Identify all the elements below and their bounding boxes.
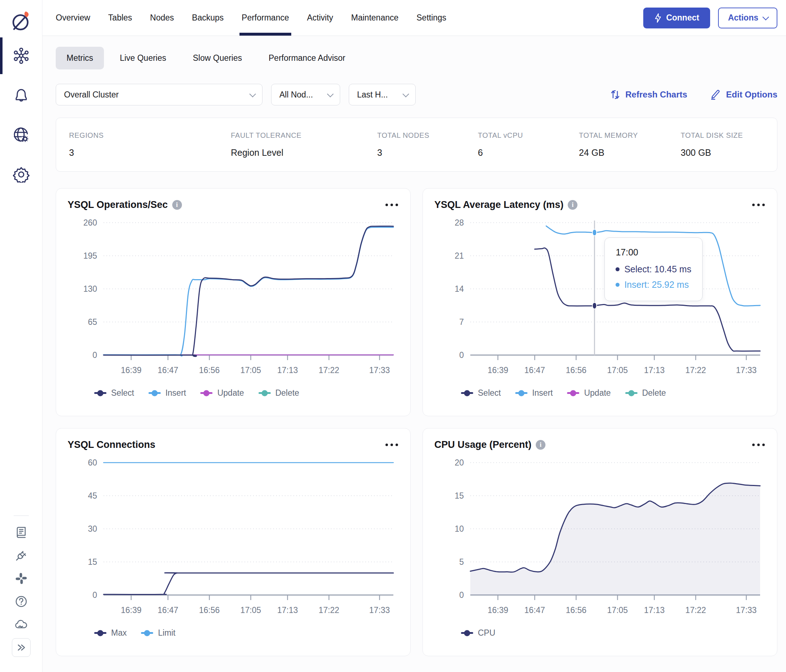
chart-menu-button[interactable] bbox=[385, 441, 399, 448]
time-range-select[interactable]: Last H... bbox=[349, 84, 416, 105]
legend-marker bbox=[461, 392, 473, 394]
sidebar-item-slack[interactable] bbox=[0, 567, 42, 590]
slack-icon bbox=[15, 572, 28, 585]
cluster-select[interactable]: Overall Cluster bbox=[56, 84, 263, 105]
svg-text:17:33: 17:33 bbox=[736, 365, 757, 375]
stat-value: Region Level bbox=[231, 148, 377, 158]
legend-item-insert[interactable]: Insert bbox=[148, 388, 186, 398]
svg-text:195: 195 bbox=[83, 251, 97, 260]
chart-plot-area: 01530456016:3916:4716:5617:0517:1317:221… bbox=[68, 453, 399, 627]
sidebar-item-alerts[interactable] bbox=[0, 76, 42, 115]
svg-text:0: 0 bbox=[459, 350, 464, 360]
nav-tab-maintenance[interactable]: Maintenance bbox=[351, 0, 399, 36]
svg-text:17:22: 17:22 bbox=[685, 606, 706, 615]
legend-item-select[interactable]: Select bbox=[94, 388, 134, 398]
chart-card: YSQL Average Latency (ms)i0714212816:391… bbox=[423, 188, 777, 416]
stat-label: TOTAL vCPU bbox=[478, 131, 579, 140]
sidebar-item-docs[interactable] bbox=[0, 521, 42, 544]
legend-marker bbox=[94, 392, 107, 394]
nodes-select[interactable]: All Nod... bbox=[271, 84, 340, 105]
chart-plot-area: 0714212816:3916:4716:5617:0517:1317:2217… bbox=[434, 213, 766, 387]
info-icon[interactable]: i bbox=[568, 200, 577, 210]
sidebar-divider bbox=[14, 516, 29, 516]
svg-text:16:39: 16:39 bbox=[121, 606, 141, 615]
legend-marker bbox=[625, 392, 638, 394]
legend-item-delete[interactable]: Delete bbox=[259, 388, 299, 398]
chart-menu-button[interactable] bbox=[751, 201, 766, 208]
chart-svg: 0714212816:3916:4716:5617:0517:1317:2217… bbox=[434, 213, 765, 386]
filter-bar: Overall Cluster All Nod... Last H... Ref… bbox=[56, 84, 777, 105]
svg-text:17:05: 17:05 bbox=[607, 606, 628, 615]
legend-item-delete[interactable]: Delete bbox=[625, 388, 666, 398]
chart-svg: 01530456016:3916:4716:5617:0517:1317:221… bbox=[68, 453, 398, 626]
chart-menu-button[interactable] bbox=[751, 441, 766, 448]
legend-item-cpu[interactable]: CPU bbox=[461, 628, 495, 638]
subtab-metrics[interactable]: Metrics bbox=[56, 47, 104, 69]
expand-sidebar-button[interactable] bbox=[12, 638, 31, 657]
legend-item-update[interactable]: Update bbox=[200, 388, 244, 398]
sidebar-item-expand[interactable] bbox=[0, 636, 42, 659]
legend-item-limit[interactable]: Limit bbox=[141, 628, 176, 638]
globe-gear-icon bbox=[13, 127, 30, 143]
stat-label: TOTAL NODES bbox=[377, 131, 478, 140]
docs-book-icon bbox=[14, 526, 28, 539]
nav-tab-backups[interactable]: Backups bbox=[192, 0, 224, 36]
actions-button[interactable]: Actions bbox=[718, 8, 777, 28]
nav-tab-activity[interactable]: Activity bbox=[307, 0, 333, 36]
sidebar-top-group bbox=[0, 36, 42, 194]
cloud-icon bbox=[14, 617, 28, 632]
subtab-live-queries[interactable]: Live Queries bbox=[109, 47, 177, 69]
info-icon[interactable]: i bbox=[172, 200, 182, 210]
svg-text:16:56: 16:56 bbox=[566, 606, 586, 615]
sidebar-item-cluster[interactable] bbox=[0, 36, 42, 76]
chart-legend: SelectInsertUpdateDelete bbox=[68, 388, 399, 398]
svg-text:17:13: 17:13 bbox=[644, 365, 665, 375]
planet-logo-icon bbox=[10, 9, 33, 32]
svg-text:16:56: 16:56 bbox=[566, 365, 586, 375]
nav-tab-performance[interactable]: Performance bbox=[242, 0, 289, 36]
stat-label: REGIONS bbox=[69, 131, 231, 140]
connect-button[interactable]: Connect bbox=[643, 8, 710, 28]
chart-menu-button[interactable] bbox=[385, 201, 399, 208]
nav-tab-tables[interactable]: Tables bbox=[108, 0, 132, 36]
legend-item-update[interactable]: Update bbox=[567, 388, 610, 398]
sidebar-item-network-settings[interactable] bbox=[0, 115, 42, 155]
stat-total-disk: TOTAL DISK SIZE 300 GB bbox=[681, 131, 743, 158]
brand-logo[interactable] bbox=[10, 6, 33, 36]
legend-marker bbox=[259, 392, 271, 394]
nav-tab-nodes[interactable]: Nodes bbox=[150, 0, 174, 36]
svg-text:16:39: 16:39 bbox=[487, 365, 508, 375]
svg-text:45: 45 bbox=[88, 491, 97, 500]
edit-options-link[interactable]: Edit Options bbox=[710, 89, 777, 100]
stat-label: TOTAL DISK SIZE bbox=[681, 131, 743, 140]
legend-item-max[interactable]: Max bbox=[94, 628, 127, 638]
svg-text:17:13: 17:13 bbox=[644, 606, 665, 615]
svg-text:17:05: 17:05 bbox=[241, 365, 261, 375]
svg-text:0: 0 bbox=[459, 590, 464, 600]
svg-text:15: 15 bbox=[88, 557, 97, 567]
primary-tabs: Overview Tables Nodes Backups Performanc… bbox=[56, 0, 446, 36]
nav-tab-settings[interactable]: Settings bbox=[417, 0, 446, 36]
refresh-charts-link[interactable]: Refresh Charts bbox=[610, 89, 687, 100]
subtab-slow-queries[interactable]: Slow Queries bbox=[182, 47, 253, 69]
tooltip-series-dot bbox=[616, 267, 619, 271]
sidebar-item-cloud-status[interactable] bbox=[0, 613, 42, 636]
svg-text:17:33: 17:33 bbox=[736, 606, 757, 615]
legend-item-insert[interactable]: Insert bbox=[515, 388, 553, 398]
refresh-icon bbox=[610, 89, 620, 100]
info-icon[interactable]: i bbox=[536, 440, 545, 450]
chart-svg: 06513019526016:3916:4716:5617:0517:1317:… bbox=[68, 213, 398, 386]
tooltip-row: Select: 10.45 ms bbox=[616, 264, 691, 274]
svg-text:10: 10 bbox=[454, 524, 464, 534]
subtab-performance-advisor[interactable]: Performance Advisor bbox=[258, 47, 356, 69]
svg-text:17:22: 17:22 bbox=[319, 365, 340, 375]
chart-legend: SelectInsertUpdateDelete bbox=[434, 388, 766, 398]
sidebar-item-help[interactable] bbox=[0, 590, 42, 613]
sidebar-item-integrations[interactable] bbox=[0, 544, 42, 567]
chevron-down-icon bbox=[249, 91, 256, 97]
nav-tab-overview[interactable]: Overview bbox=[56, 0, 90, 36]
legend-item-select[interactable]: Select bbox=[461, 388, 501, 398]
svg-text:20: 20 bbox=[454, 458, 464, 467]
sidebar-bottom-group bbox=[0, 516, 42, 659]
sidebar-item-settings[interactable] bbox=[0, 155, 42, 194]
